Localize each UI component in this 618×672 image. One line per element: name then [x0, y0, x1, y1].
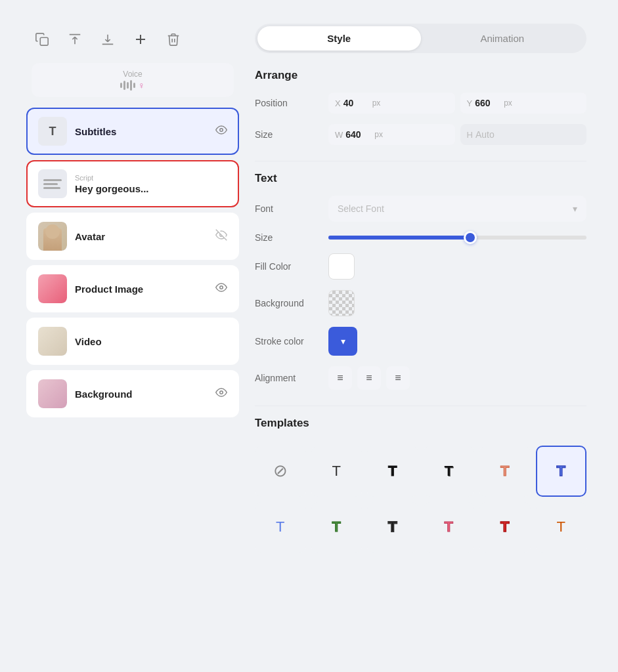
layer-item-background[interactable]: Background: [26, 370, 239, 417]
svg-point-3: [220, 286, 223, 289]
tab-animation[interactable]: Animation: [421, 26, 585, 51]
template-10[interactable]: T: [479, 502, 531, 553]
text-size-row: Size: [255, 232, 586, 243]
size-w-label: W: [335, 130, 343, 140]
script-info: Script Hey gorgeous...: [75, 174, 227, 194]
template-4[interactable]: T: [479, 446, 531, 497]
align-down-icon[interactable]: [97, 29, 118, 50]
templates-grid: ⊘ T T T T T T T: [255, 446, 586, 553]
template-3[interactable]: T: [424, 446, 475, 497]
layer-item-subtitles[interactable]: T Subtitles: [26, 108, 239, 155]
template-none[interactable]: ⊘: [255, 446, 306, 497]
position-x-unit: px: [372, 98, 381, 108]
position-x-label: X: [335, 98, 341, 108]
template-2[interactable]: T: [367, 446, 418, 497]
voice-icon-row: ♀: [120, 80, 145, 91]
layer-item-video[interactable]: Video: [26, 318, 239, 365]
text-size-label: Size: [255, 232, 320, 243]
divider-1: [255, 161, 586, 161]
slider-thumb[interactable]: [464, 231, 477, 244]
avatar-title: Avatar: [75, 231, 208, 242]
fill-color-label: Fill Color: [255, 261, 320, 272]
tab-toggle: Style Animation: [255, 24, 586, 53]
avatar-thumb: [38, 222, 67, 251]
align-right-btn[interactable]: ≡: [386, 366, 410, 390]
alignment-row: Alignment ≡ ≡ ≡: [255, 366, 586, 390]
eye-icon-background[interactable]: [215, 387, 227, 401]
stroke-dropdown-arrow: ▾: [341, 336, 345, 346]
background-thumb: [38, 379, 67, 408]
svg-point-4: [220, 391, 223, 394]
size-w-unit: px: [374, 130, 383, 139]
delete-icon[interactable]: [163, 29, 184, 50]
video-info: Video: [75, 336, 227, 347]
fill-color-row: Fill Color: [255, 253, 586, 280]
subtitles-title: Subtitles: [75, 126, 208, 137]
add-icon[interactable]: [130, 29, 151, 50]
slider-fill: [328, 236, 470, 240]
template-7[interactable]: T: [311, 502, 363, 553]
position-y-label: Y: [467, 98, 473, 108]
layer-item-script[interactable]: Script Hey gorgeous...: [26, 160, 239, 207]
background-label: Background: [255, 298, 320, 308]
voice-bars-icon: [120, 80, 135, 91]
background-info: Background: [75, 388, 208, 400]
position-x-group[interactable]: X px: [328, 93, 455, 114]
align-left-btn[interactable]: ≡: [328, 366, 352, 390]
product-image-info: Product Image: [75, 284, 208, 295]
align-up-icon[interactable]: [64, 29, 85, 50]
position-inputs: X px Y px: [328, 93, 586, 114]
alignment-buttons: ≡ ≡ ≡: [328, 366, 410, 390]
copy-icon[interactable]: [32, 29, 53, 50]
template-1[interactable]: T: [311, 446, 363, 497]
toolbar: [21, 24, 244, 63]
align-center-btn[interactable]: ≡: [357, 366, 381, 390]
script-subtitle: Script: [75, 174, 227, 182]
product-image-thumb: [38, 274, 67, 303]
position-y-input[interactable]: [475, 98, 501, 108]
font-placeholder: Select Font: [338, 203, 384, 214]
left-panel: Voice ♀ T Subtitles: [21, 24, 244, 669]
size-w-input[interactable]: [345, 129, 372, 140]
layer-item-voice[interactable]: Voice ♀: [32, 63, 234, 97]
arrange-title: Arrange: [255, 69, 586, 82]
template-8[interactable]: T: [367, 502, 418, 553]
template-9[interactable]: T: [424, 502, 475, 553]
size-row: Size W px H Auto: [255, 124, 586, 145]
svg-rect-0: [40, 37, 48, 45]
background-swatch[interactable]: [328, 290, 355, 316]
layer-item-avatar[interactable]: Avatar: [26, 213, 239, 260]
position-label: Position: [255, 98, 320, 108]
alignment-label: Alignment: [255, 373, 320, 383]
size-inputs: W px H Auto: [328, 124, 586, 145]
size-w-group[interactable]: W px: [328, 124, 455, 145]
template-5[interactable]: T: [536, 446, 587, 497]
fill-color-swatch[interactable]: [328, 253, 355, 280]
template-6[interactable]: T: [255, 502, 306, 553]
video-title: Video: [75, 336, 227, 347]
avatar-info: Avatar: [75, 231, 208, 242]
voice-label: Voice: [123, 70, 142, 79]
templates-title: Templates: [255, 417, 586, 430]
female-symbol-icon: ♀: [138, 80, 145, 91]
size-h-auto: Auto: [475, 129, 495, 140]
script-thumb: [38, 169, 67, 198]
layer-item-product-image[interactable]: Product Image: [26, 265, 239, 312]
stroke-color-btn[interactable]: ▾: [328, 327, 357, 356]
eye-icon-subtitles[interactable]: [215, 124, 227, 138]
font-row: Font Select Font ▾: [255, 196, 586, 222]
eye-icon-product[interactable]: [215, 282, 227, 296]
eye-icon-avatar[interactable]: [215, 229, 227, 243]
tab-style[interactable]: Style: [257, 26, 421, 51]
font-label: Font: [255, 203, 320, 214]
divider-2: [255, 406, 586, 406]
product-image-title: Product Image: [75, 284, 208, 295]
position-y-group[interactable]: Y px: [460, 93, 587, 114]
font-select[interactable]: Select Font ▾: [328, 196, 586, 222]
position-y-unit: px: [504, 98, 512, 108]
position-x-input[interactable]: [343, 98, 370, 108]
template-11[interactable]: T: [536, 502, 587, 553]
background-row: Background: [255, 290, 586, 316]
script-title: Hey gorgeous...: [75, 183, 227, 194]
size-slider[interactable]: [328, 236, 586, 240]
